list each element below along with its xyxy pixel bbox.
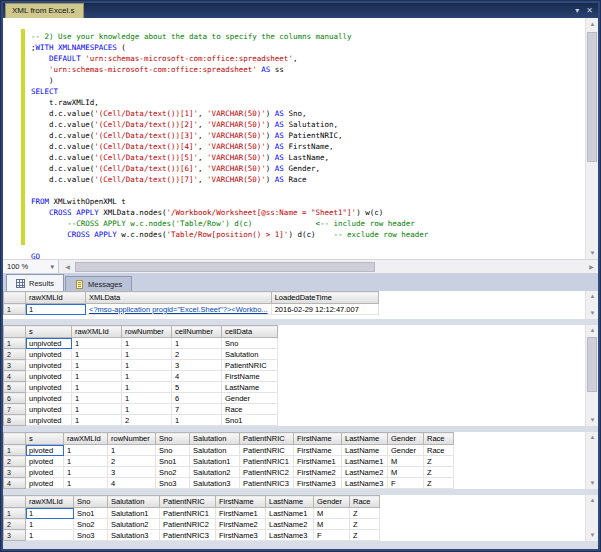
close-icon[interactable]: ✕ [586,3,593,18]
zoom-control[interactable]: 100 % ▾ [3,260,59,273]
grid-cell[interactable]: 1 [64,456,108,467]
grid-corner[interactable] [4,326,26,338]
grid-cell[interactable]: 1 [72,404,122,415]
grid-cell[interactable]: 1 [72,371,122,382]
grid-cell[interactable]: 1 [72,349,122,360]
grid-cell[interactable]: Sno2 [74,519,108,530]
grid-cell[interactable]: Z [350,530,380,541]
row-header[interactable]: 6 [4,393,26,404]
grid-cell[interactable]: LastName [342,445,388,456]
grid-cell[interactable]: Gender [222,393,278,404]
grid-row[interactable]: 3unpivoted113PatientNRIC [4,360,278,371]
grid-row[interactable]: 31Sno3Salutation3PatientNRIC3FirstName3L… [4,530,380,541]
grid-cell[interactable]: PatientNRIC3 [160,530,216,541]
grid-scrollbar[interactable]: ▲ ▼ [585,495,598,541]
grid-cell[interactable]: unpivoted [26,360,72,371]
column-header[interactable]: Salutation [190,433,240,445]
grid-cell[interactable]: FirstName [222,371,278,382]
column-header[interactable]: rawXMLId [72,326,122,338]
grid-cell[interactable]: 1 [122,349,172,360]
grid-cell[interactable]: 1 [72,338,122,349]
row-header[interactable]: 2 [4,519,26,530]
row-header[interactable]: 4 [4,478,26,489]
grid-cell[interactable]: 1 [26,530,74,541]
grid-cell[interactable]: <?mso-application progid="Excel.Sheet"?>… [86,304,272,315]
zoom-dropdown-icon[interactable]: ▾ [50,260,54,273]
code-lines[interactable]: -- 2) Use your knowledge about the data … [31,20,584,259]
grid-cell[interactable]: unpivoted [26,349,72,360]
row-header[interactable]: 1 [4,338,26,349]
grid-cell[interactable]: Sno [222,338,278,349]
scroll-down-icon[interactable]: ▼ [586,308,598,319]
row-header[interactable]: 4 [4,371,26,382]
scroll-left-icon[interactable]: ◀ [61,260,74,274]
grid-cell[interactable]: unpivoted [26,371,72,382]
grid-cell[interactable]: Salutation2 [190,467,240,478]
row-header[interactable]: 8 [4,415,26,426]
grid-cell[interactable]: Sno1 [74,508,108,519]
chevron-down-icon[interactable]: ▾ [575,3,579,18]
row-header[interactable]: 1 [4,508,26,519]
row-header[interactable]: 3 [4,530,26,541]
grid-cell[interactable]: PatientNRIC [222,360,278,371]
grid-cell[interactable]: pivoted [26,456,64,467]
grid-cell[interactable]: LastName3 [266,530,314,541]
grid-cell[interactable]: 1 [64,445,108,456]
grid-cell[interactable]: 1 [26,304,86,315]
column-header[interactable]: s [26,433,64,445]
grid-cell[interactable]: unpivoted [26,338,72,349]
grid-cell[interactable]: 1 [64,467,108,478]
grid-cell[interactable]: FirstName3 [216,530,266,541]
grid-cell[interactable]: Salutation [222,349,278,360]
tab-messages[interactable]: Messages [65,276,132,291]
grid-cell[interactable]: 1 [172,338,222,349]
grid-cell[interactable]: unpivoted [26,382,72,393]
grid-cell[interactable]: M [388,456,424,467]
column-header[interactable]: Sno [74,496,108,508]
grid-cell[interactable]: Race [424,445,454,456]
row-header[interactable]: 3 [4,360,26,371]
scroll-down-icon[interactable]: ▼ [586,247,598,259]
grid-cell[interactable]: 1 [72,382,122,393]
grid-cell[interactable]: F [314,530,350,541]
grid-cell[interactable]: Z [424,456,454,467]
column-header[interactable]: FirstName [294,433,342,445]
scroll-down-icon[interactable]: ▼ [586,530,598,541]
grid-corner[interactable] [4,292,26,304]
column-header[interactable]: PatientNRIC [160,496,216,508]
grid-cell[interactable]: 7 [172,404,222,415]
grid-cell[interactable]: PatientNRIC2 [160,519,216,530]
grid-cell[interactable]: Sno2 [156,467,190,478]
column-header[interactable]: XMLData [86,292,272,304]
grid-cell[interactable]: 1 [72,415,122,426]
grid-cell[interactable]: M [314,508,350,519]
grid-cell[interactable]: M [314,519,350,530]
grid-cell[interactable]: Sno3 [74,530,108,541]
column-header[interactable]: rowNumber [108,433,156,445]
column-header[interactable]: s [26,326,72,338]
grid-cell[interactable]: 1 [122,338,172,349]
column-header[interactable]: LastName [342,433,388,445]
grid-cell[interactable]: 5 [172,382,222,393]
grid-row[interactable]: 21Sno2Salutation2PatientNRIC2FirstName2L… [4,519,380,530]
grid-cell[interactable]: Sno1 [222,415,278,426]
grid-row[interactable]: 3pivoted13Sno2Salutation2PatientNRIC2Fir… [4,467,454,478]
grid-cell[interactable]: 6 [172,393,222,404]
grid-cell[interactable]: 1 [64,478,108,489]
grid-cell[interactable]: Gender [388,445,424,456]
row-header[interactable]: 2 [4,349,26,360]
grid-cell[interactable]: 1 [122,382,172,393]
grid-cell[interactable]: 2 [172,349,222,360]
row-header[interactable]: 7 [4,404,26,415]
scroll-down-icon[interactable]: ▼ [586,415,598,426]
grid-cell[interactable]: 2016-02-29 12:12:47.007 [271,304,378,315]
grid-cell[interactable]: unpivoted [26,415,72,426]
grid-cell[interactable]: FirstName2 [294,467,342,478]
grid-cell[interactable]: PatientNRIC [240,445,294,456]
column-header[interactable]: Sno [156,433,190,445]
grid-cell[interactable]: 3 [108,467,156,478]
result-grid-pivoted[interactable]: srawXMLIdrowNumberSnoSalutationPatientNR… [3,432,598,489]
grid-cell[interactable]: M [388,467,424,478]
grid-cell[interactable]: Z [350,508,380,519]
grid-cell[interactable]: 2 [108,456,156,467]
